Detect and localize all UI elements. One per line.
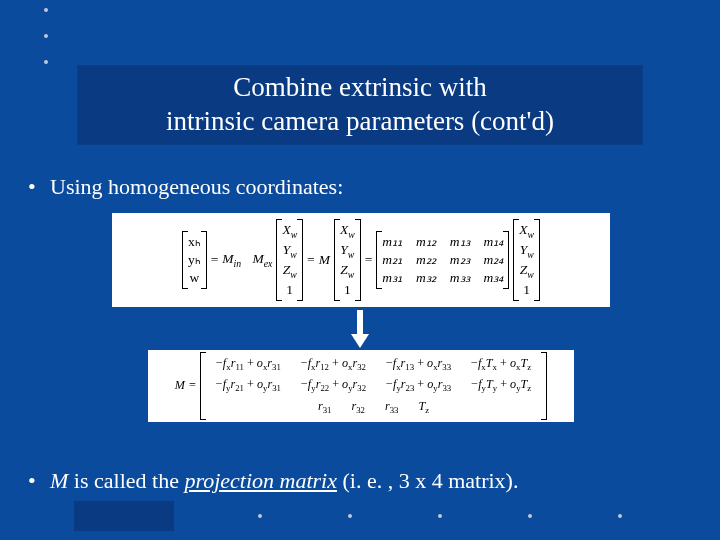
m-entry: −fxr11 + oxr31 bbox=[206, 354, 291, 375]
m-entry: r31 bbox=[308, 397, 342, 418]
var-M: M bbox=[50, 468, 68, 493]
matrix-M: M bbox=[175, 378, 185, 393]
bullet-icon: • bbox=[28, 174, 36, 200]
decoration-dots-bottom bbox=[258, 514, 622, 518]
vec-entry: 1 bbox=[523, 281, 530, 299]
matrix-m-entries: m₁₁ m₁₂ m₁₃ m₁₄ m₂₁ m₂₂ m₂₃ m₂₄ m₃₁ m₃₂ … bbox=[376, 231, 509, 290]
equation-row: xₕ yₕ w = Min Mex Xw Yw Zw 1 = M Xw Yw Z… bbox=[182, 219, 540, 301]
m-entry: −fyTy + oyTz bbox=[461, 375, 541, 396]
vec-entry: Xw bbox=[282, 221, 297, 241]
vec-entry: Zw bbox=[520, 261, 534, 281]
m-entry: m₁₁ bbox=[382, 233, 402, 251]
dot-icon bbox=[44, 34, 48, 38]
slide-title-band: Combine extrinsic with intrinsic camera … bbox=[78, 66, 642, 144]
m-entry: m₂₂ bbox=[416, 251, 436, 269]
m-entry: −fxr13 + oxr33 bbox=[376, 354, 461, 375]
bullet-item: • M is called the projection matrix (i. … bbox=[28, 468, 688, 494]
svg-rect-0 bbox=[357, 310, 363, 336]
m-entry: m₂₄ bbox=[484, 251, 504, 269]
m-entry: −fyr21 + oyr31 bbox=[206, 375, 291, 396]
dot-icon bbox=[618, 514, 622, 518]
m-entry: m₃₃ bbox=[450, 269, 470, 287]
vector-world: Xw Yw Zw 1 bbox=[513, 219, 540, 301]
vec-entry: Xw bbox=[519, 221, 534, 241]
matrix-Min: Min bbox=[222, 251, 241, 269]
equals-sign: = bbox=[211, 252, 219, 268]
m-entry: m₃₂ bbox=[416, 269, 436, 287]
vec-entry: Yw bbox=[283, 241, 297, 261]
m-entry: r32 bbox=[341, 397, 375, 418]
equation-projection-expanded: M = −fxr11 + oxr31 −fxr12 + oxr32 −fxr13… bbox=[148, 350, 574, 422]
bullet-item: • Using homogeneous coordinates: bbox=[28, 174, 668, 200]
m-entry: m₁₂ bbox=[416, 233, 436, 251]
m-entry: m₃₄ bbox=[484, 269, 504, 287]
slide-title: Combine extrinsic with intrinsic camera … bbox=[166, 71, 554, 139]
dot-icon bbox=[528, 514, 532, 518]
bullet-text: Using homogeneous coordinates: bbox=[50, 174, 343, 199]
dot-icon bbox=[258, 514, 262, 518]
vec-entry: Zw bbox=[340, 261, 354, 281]
text-fragment: is called the bbox=[68, 468, 184, 493]
equation-projection-definition: xₕ yₕ w = Min Mex Xw Yw Zw 1 = M Xw Yw Z… bbox=[112, 213, 610, 307]
vec-entry: 1 bbox=[286, 281, 293, 299]
vec-entry: Xw bbox=[340, 221, 355, 241]
m-entry: m₁₃ bbox=[450, 233, 470, 251]
m-entry: m₂₁ bbox=[382, 251, 402, 269]
matrix-Mex: Mex bbox=[252, 251, 272, 269]
vector-xh: xₕ yₕ w bbox=[182, 231, 207, 290]
text-fragment: (i. e. , 3 x 4 matrix). bbox=[337, 468, 518, 493]
m-entry: −fyr22 + oyr32 bbox=[291, 375, 376, 396]
equals-sign: = bbox=[189, 378, 196, 393]
arrow-down-icon bbox=[351, 310, 369, 348]
vec-entry: Zw bbox=[283, 261, 297, 281]
m-entry: r33 bbox=[375, 397, 409, 418]
m-entry: −fxTx + oxTz bbox=[461, 354, 541, 375]
vec-entry: w bbox=[189, 269, 199, 287]
dot-icon bbox=[348, 514, 352, 518]
m-entry: Tz bbox=[408, 397, 439, 418]
decoration-rect bbox=[74, 501, 174, 531]
term-projection-matrix: projection matrix bbox=[184, 468, 337, 493]
svg-marker-1 bbox=[351, 334, 369, 348]
matrix-M: M bbox=[319, 252, 330, 268]
vec-entry: Yw bbox=[520, 241, 534, 261]
m-entry: m₁₄ bbox=[484, 233, 504, 251]
vec-entry: xₕ bbox=[188, 233, 201, 251]
dot-icon bbox=[44, 60, 48, 64]
m-entry: −fyr23 + oyr33 bbox=[376, 375, 461, 396]
dot-icon bbox=[44, 8, 48, 12]
equals-sign: = bbox=[365, 252, 373, 268]
matrix-M-expanded: −fxr11 + oxr31 −fxr12 + oxr32 −fxr13 + o… bbox=[200, 352, 547, 419]
dot-icon bbox=[438, 514, 442, 518]
vec-entry: 1 bbox=[344, 281, 351, 299]
m-entry: −fxr12 + oxr32 bbox=[291, 354, 376, 375]
vec-entry: yₕ bbox=[188, 251, 201, 269]
decoration-dots-top bbox=[44, 8, 48, 86]
vec-entry: Yw bbox=[340, 241, 354, 261]
vector-world: Xw Yw Zw 1 bbox=[276, 219, 303, 301]
bullet-text: M is called the projection matrix (i. e.… bbox=[50, 468, 518, 493]
equals-sign: = bbox=[307, 252, 315, 268]
bullet-icon: • bbox=[28, 468, 36, 494]
vector-world: Xw Yw Zw 1 bbox=[334, 219, 361, 301]
equation-row: M = −fxr11 + oxr31 −fxr12 + oxr32 −fxr13… bbox=[175, 352, 547, 419]
m-entry: m₂₃ bbox=[450, 251, 470, 269]
m-entry: m₃₁ bbox=[382, 269, 402, 287]
